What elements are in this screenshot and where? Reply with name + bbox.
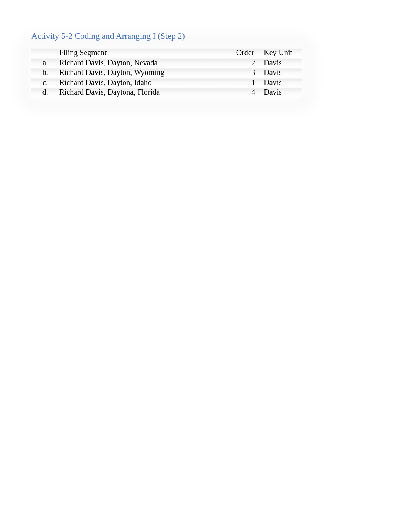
cell-filing-segment: Richard Davis, Daytona, Florida — [59, 87, 236, 97]
table-row: c. Richard Davis, Dayton, Idaho 1 Davis — [31, 78, 302, 88]
cell-letter: b. — [31, 68, 59, 78]
header-key-unit: Key Unit — [258, 48, 302, 58]
cell-filing-segment: Richard Davis, Dayton, Nevada — [59, 58, 236, 68]
cell-key-unit: Davis — [258, 58, 302, 68]
cell-filing-segment: Richard Davis, Dayton, Idaho — [59, 78, 236, 88]
header-order: Order — [236, 48, 259, 58]
cell-key-unit: Davis — [258, 78, 302, 88]
page-title: Activity 5-2 Coding and Arranging I (Ste… — [31, 31, 410, 41]
table-row: b. Richard Davis, Dayton, Wyoming 3 Davi… — [31, 68, 302, 78]
cell-filing-segment: Richard Davis, Dayton, Wyoming — [59, 68, 236, 78]
cell-letter: c. — [31, 78, 59, 88]
cell-order: 3 — [236, 68, 259, 78]
cell-order: 2 — [236, 58, 259, 68]
cell-letter: d. — [31, 87, 59, 97]
header-filing-segment: Filing Segment — [59, 48, 236, 58]
data-table-wrap: Filing Segment Order Key Unit a. Richard… — [31, 48, 302, 97]
cell-letter: a. — [31, 58, 59, 68]
cell-order: 4 — [236, 87, 259, 97]
table-row: d. Richard Davis, Daytona, Florida 4 Dav… — [31, 87, 302, 97]
table-header-row: Filing Segment Order Key Unit — [31, 48, 302, 58]
cell-order: 1 — [236, 78, 259, 88]
data-table: Filing Segment Order Key Unit a. Richard… — [31, 48, 302, 97]
table-row: a. Richard Davis, Dayton, Nevada 2 Davis — [31, 58, 302, 68]
cell-key-unit: Davis — [258, 87, 302, 97]
cell-key-unit: Davis — [258, 68, 302, 78]
header-blank — [31, 48, 59, 58]
document-page: Activity 5-2 Coding and Arranging I (Ste… — [0, 0, 410, 97]
